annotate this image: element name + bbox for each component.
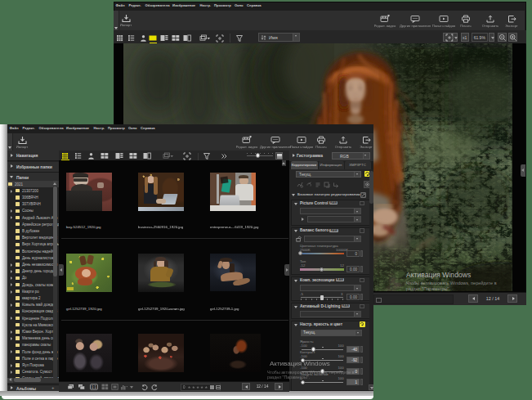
svg-text:1:1: 1:1	[91, 385, 96, 389]
